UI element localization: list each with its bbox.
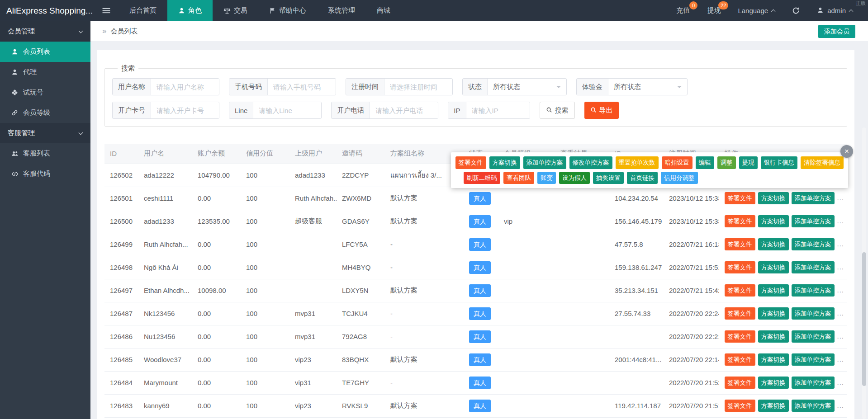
more-actions[interactable]: ...	[837, 263, 844, 271]
row-action-plan-switch[interactable]: 方案切换	[758, 400, 789, 412]
row-action-plan-switch[interactable]: 方案切换	[758, 307, 789, 320]
more-actions[interactable]: ...	[837, 240, 844, 248]
menu-toggle-icon[interactable]	[94, 0, 119, 21]
row-action-add-control-plan[interactable]: 添加单控方案	[792, 400, 835, 412]
popup-action-withdraw[interactable]: 提现	[739, 156, 758, 169]
row-action-sign-file[interactable]: 签署文件	[725, 330, 755, 343]
popup-action-balance-change[interactable]: 账变	[537, 172, 556, 184]
popup-action-plan-switch[interactable]: 方案切换	[489, 156, 520, 169]
language-dropdown[interactable]: Language	[738, 7, 775, 14]
refresh-icon[interactable]	[792, 7, 800, 14]
popup-action-lottery-settings[interactable]: 抽奖设置	[593, 172, 624, 184]
account-phone-input[interactable]	[370, 102, 438, 118]
popup-action-adjust[interactable]: 调整	[717, 156, 736, 169]
row-action-plan-switch[interactable]: 方案切换	[758, 330, 789, 343]
more-actions[interactable]: ...	[837, 309, 844, 317]
status-select[interactable]: 所有状态	[488, 79, 566, 95]
more-actions[interactable]: ...	[837, 194, 844, 202]
popup-action-edit-control-plan[interactable]: 修改单控方案	[569, 156, 612, 169]
row-action-plan-switch[interactable]: 方案切换	[758, 215, 789, 228]
vertical-scrollbar[interactable]	[862, 127, 866, 419]
row-action-add-control-plan[interactable]: 添加单控方案	[792, 377, 835, 389]
popup-action-edit[interactable]: 编辑	[696, 156, 714, 169]
phone-input[interactable]	[268, 79, 336, 95]
row-action-sign-file[interactable]: 签署文件	[725, 261, 755, 274]
status-badge[interactable]: 真人	[469, 330, 491, 343]
sidebar-item-service-code[interactable]: 客服代码	[0, 164, 90, 184]
row-action-add-control-plan[interactable]: 添加单控方案	[792, 238, 835, 251]
sidebar-group-service-management[interactable]: 客服管理	[0, 123, 90, 143]
status-badge[interactable]: 真人	[469, 284, 491, 297]
row-action-add-control-plan[interactable]: 添加单控方案	[792, 261, 835, 274]
row-action-sign-file[interactable]: 签署文件	[725, 400, 755, 412]
status-badge[interactable]: 真人	[469, 192, 491, 205]
row-action-plan-switch[interactable]: 方案切换	[758, 192, 789, 205]
row-action-plan-switch[interactable]: 方案切换	[758, 353, 789, 366]
row-action-sign-file[interactable]: 签署文件	[725, 284, 755, 297]
ip-input[interactable]	[466, 102, 530, 118]
trial-fund-select[interactable]: 所有状态	[608, 79, 687, 95]
sidebar-item-trial-account[interactable]: 试玩号	[0, 82, 90, 103]
popup-action-home-link[interactable]: 首页链接	[627, 172, 658, 184]
row-action-sign-file[interactable]: 签署文件	[725, 192, 755, 205]
scrollbar-thumb[interactable]	[862, 252, 866, 386]
card-no-input[interactable]	[151, 102, 219, 118]
row-action-add-control-plan[interactable]: 添加单控方案	[792, 215, 835, 228]
row-action-sign-file[interactable]: 签署文件	[725, 215, 755, 228]
close-icon[interactable]: ×	[840, 145, 853, 158]
row-action-sign-file[interactable]: 签署文件	[725, 377, 755, 389]
status-badge[interactable]: 真人	[469, 353, 491, 366]
row-action-plan-switch[interactable]: 方案切换	[758, 377, 789, 389]
sidebar-item-agent[interactable]: 代理	[0, 62, 90, 82]
popup-action-reset-grab-count[interactable]: 重置抢单次数	[616, 156, 659, 169]
sidebar-group-member-management[interactable]: 会员管理	[0, 21, 90, 42]
more-actions[interactable]: ...	[837, 355, 844, 363]
status-badge[interactable]: 真人	[469, 261, 491, 274]
nav-item-help-center[interactable]: 帮助中心	[258, 0, 317, 21]
nav-item-home[interactable]: 后台首页	[119, 0, 167, 21]
export-button[interactable]: 导出	[584, 102, 619, 119]
popup-action-bank-card-info[interactable]: 银行卡信息	[761, 156, 798, 169]
add-member-button[interactable]: 添加会员	[818, 25, 855, 38]
username-input[interactable]	[151, 79, 219, 95]
row-action-add-control-plan[interactable]: 添加单控方案	[792, 192, 835, 205]
more-actions[interactable]: ...	[837, 286, 844, 294]
popup-action-hidden-deduction[interactable]: 暗扣设置	[662, 156, 693, 169]
search-button[interactable]: 搜索	[540, 102, 575, 119]
nav-item-trade[interactable]: 交易	[213, 0, 258, 21]
status-badge[interactable]: 真人	[469, 377, 491, 389]
popup-action-clear-sign-info[interactable]: 清除签署信息	[801, 156, 844, 169]
popup-action-set-fake[interactable]: 设为假人	[559, 172, 590, 184]
popup-action-sign-file[interactable]: 签署文件	[455, 156, 486, 169]
popup-action-view-team[interactable]: 查看团队	[503, 172, 534, 184]
row-action-add-control-plan[interactable]: 添加单控方案	[792, 330, 835, 343]
status-badge[interactable]: 真人	[469, 307, 491, 320]
row-action-plan-switch[interactable]: 方案切换	[758, 238, 789, 251]
withdraw-link[interactable]: 提现 22	[707, 6, 721, 15]
nav-item-system[interactable]: 系统管理	[317, 0, 366, 21]
more-actions[interactable]: ...	[837, 401, 844, 409]
row-action-add-control-plan[interactable]: 添加单控方案	[792, 353, 835, 366]
row-action-sign-file[interactable]: 签署文件	[725, 238, 755, 251]
recharge-link[interactable]: 充值 0	[676, 6, 690, 15]
sidebar-item-member-list[interactable]: 会员列表	[0, 42, 90, 62]
sidebar-item-member-level[interactable]: 会员等级	[0, 103, 90, 123]
more-actions[interactable]: ...	[837, 378, 844, 386]
more-actions[interactable]: ...	[837, 332, 844, 340]
popup-action-credit-adjust[interactable]: 信用分调整	[661, 172, 698, 184]
popup-action-refresh-qrcode[interactable]: 刷新二维码	[464, 172, 501, 184]
nav-item-roles[interactable]: 角色	[167, 0, 213, 21]
nav-item-mall[interactable]: 商城	[366, 0, 401, 21]
row-action-sign-file[interactable]: 签署文件	[725, 307, 755, 320]
status-badge[interactable]: 真人	[469, 400, 491, 412]
reg-time-input[interactable]	[384, 79, 452, 95]
sidebar-item-service-list[interactable]: 客服列表	[0, 143, 90, 164]
row-action-add-control-plan[interactable]: 添加单控方案	[792, 284, 835, 297]
status-badge[interactable]: 真人	[469, 215, 491, 228]
row-action-sign-file[interactable]: 签署文件	[725, 353, 755, 366]
more-actions[interactable]: ...	[837, 217, 844, 225]
row-action-plan-switch[interactable]: 方案切换	[758, 261, 789, 274]
row-action-add-control-plan[interactable]: 添加单控方案	[792, 307, 835, 320]
row-action-plan-switch[interactable]: 方案切换	[758, 284, 789, 297]
admin-dropdown[interactable]: admin	[817, 7, 853, 15]
